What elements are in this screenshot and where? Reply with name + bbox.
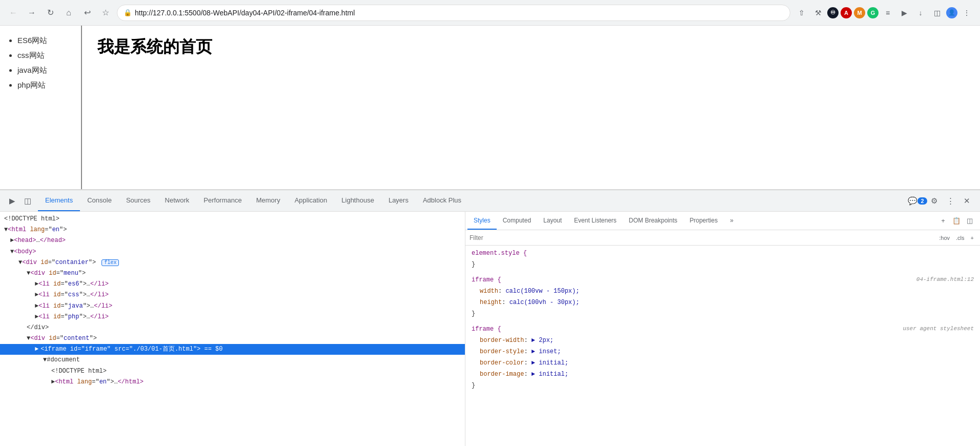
- add-style-button[interactable]: +: [969, 234, 976, 241]
- style-rule-iframe-custom: iframe { 04-iframe.html:12 width: calc(1…: [465, 274, 980, 319]
- nav-php[interactable]: php网站: [17, 80, 73, 90]
- html-line-html: ▼<html lang="en">: [0, 225, 465, 235]
- styles-tab-actions: + 📋 ◫: [937, 215, 978, 227]
- tab-memory[interactable]: Memory: [249, 190, 288, 211]
- history-back-button[interactable]: ↩: [80, 6, 94, 20]
- profile-avatar[interactable]: 👤: [946, 7, 957, 18]
- tab-layers[interactable]: Layers: [381, 190, 416, 211]
- style-rule-iframe-useragent: iframe { user agent stylesheet border-wi…: [465, 323, 980, 391]
- html-line-content-div: ▼<div id="content">: [0, 333, 465, 344]
- style-rule-element: element.style { }: [465, 248, 980, 270]
- nav-java[interactable]: java网站: [17, 66, 73, 75]
- html-line-head: ►<head>…</head>: [0, 235, 465, 246]
- html-line-doctype: <!DOCTYPE html>: [0, 214, 465, 225]
- html-line-li-java: ►<li id="java">…</li>: [0, 301, 465, 312]
- devtools-tabs-bar: ▶ ◫ Elements Console Sources Network Per…: [0, 190, 980, 212]
- back-button[interactable]: ←: [6, 6, 21, 20]
- tab-elements[interactable]: Elements: [38, 190, 80, 211]
- home-button[interactable]: ⌂: [62, 6, 76, 20]
- page-sidebar: ES6网站 css网站 java网站 php网站: [0, 26, 82, 189]
- extensions-button[interactable]: ⚒: [811, 6, 825, 20]
- source-iframe-ua: user agent stylesheet: [903, 326, 974, 332]
- styles-tab-layout[interactable]: Layout: [537, 212, 568, 230]
- styles-tab-properties[interactable]: Properties: [684, 212, 724, 230]
- styles-content: element.style { } iframe { 04-iframe.htm…: [465, 246, 980, 446]
- bookmark-button[interactable]: ☆: [98, 6, 113, 20]
- styles-filter-actions: :hov .cls +: [937, 234, 976, 241]
- toggle-sidebar-button[interactable]: ◫: [964, 215, 976, 227]
- more-button[interactable]: ⋮: [959, 6, 974, 20]
- selector-iframe-ua: iframe {: [472, 326, 501, 333]
- browser-viewport: ES6网站 css网站 java网站 php网站 我是系统的首页: [0, 26, 980, 190]
- styles-tab-styles[interactable]: Styles: [467, 212, 497, 230]
- secure-icon: 🔒: [124, 9, 132, 16]
- device-toolbar-button[interactable]: ◫: [21, 194, 35, 208]
- apps-button[interactable]: ≡: [881, 6, 895, 20]
- inspect-element-button[interactable]: ▶: [5, 194, 19, 208]
- styles-tab-computed[interactable]: Computed: [497, 212, 537, 230]
- devtools-left-icons: ▶ ◫: [2, 194, 38, 208]
- close-devtools-button[interactable]: ✕: [959, 194, 974, 208]
- more-devtools-button[interactable]: ⋮: [943, 194, 957, 208]
- adblock-extension[interactable]: A: [841, 7, 852, 18]
- infinity-extension[interactable]: ♾: [827, 7, 839, 18]
- styles-panel: Styles Computed Layout Event Listeners D…: [465, 212, 980, 446]
- source-iframe-custom: 04-iframe.html:12: [916, 276, 974, 282]
- page-main-content: 我是系统的首页: [82, 26, 980, 189]
- messages-button[interactable]: 💬 2: [910, 194, 925, 208]
- html-line-menu: ▼<div id="menu">: [0, 268, 465, 279]
- html-line-iframe[interactable]: ►<iframe id="iframe" src="./03/01-首页.htm…: [0, 344, 465, 355]
- tab-console[interactable]: Console: [80, 190, 119, 211]
- devtools-right-icons: 💬 2 ⚙ ⋮ ✕: [906, 194, 978, 208]
- download-button[interactable]: ↓: [913, 6, 928, 20]
- address-bar[interactable]: 🔒 http://127.0.0.1:5500/08-WebAPI/day04-…: [117, 5, 790, 21]
- copy-styles-button[interactable]: 📋: [950, 215, 963, 227]
- new-style-rule-button[interactable]: +: [937, 215, 949, 227]
- browser-actions: ⇧ ⚒ ♾ A M G ≡ ▶ ↓ ◫ 👤 ⋮: [794, 6, 974, 20]
- metamask-extension[interactable]: M: [854, 7, 865, 18]
- tab-lighthouse[interactable]: Lighthouse: [334, 190, 381, 211]
- selector-iframe-custom: iframe {: [472, 276, 501, 283]
- styles-filter-bar: :hov .cls +: [465, 230, 980, 246]
- url-text: http://127.0.0.1:5500/08-WebAPI/day04-AP…: [135, 9, 355, 17]
- grammarly-extension[interactable]: G: [867, 7, 879, 18]
- styles-tab-dom-breakpoints[interactable]: DOM Breakpoints: [623, 212, 684, 230]
- share-button[interactable]: ⇧: [794, 6, 809, 20]
- tab-adblock[interactable]: Adblock Plus: [416, 190, 468, 211]
- tab-network[interactable]: Network: [158, 190, 197, 211]
- hover-state-button[interactable]: :hov: [937, 234, 952, 241]
- nav-es6[interactable]: ES6网站: [17, 36, 73, 46]
- reload-button[interactable]: ↻: [43, 6, 57, 20]
- html-line-document: ▼#document: [0, 355, 465, 366]
- tab-performance[interactable]: Performance: [196, 190, 249, 211]
- selector-element-style: element.style {: [472, 250, 527, 257]
- tab-sources[interactable]: Sources: [119, 190, 158, 211]
- devtools: ▶ ◫ Elements Console Sources Network Per…: [0, 190, 980, 446]
- sidebar-button[interactable]: ◫: [930, 6, 944, 20]
- html-line-body: ▼<body>: [0, 247, 465, 257]
- devtools-body: <!DOCTYPE html> ▼<html lang="en"> ►<head…: [0, 212, 980, 446]
- messages-badge: 2: [917, 197, 927, 205]
- forward-button[interactable]: →: [25, 6, 39, 20]
- html-line-inner-doctype: <!DOCTYPE html>: [0, 366, 465, 377]
- page-heading: 我是系统的首页: [97, 36, 965, 58]
- cls-button[interactable]: .cls: [954, 234, 967, 241]
- nav-css[interactable]: css网站: [17, 51, 73, 60]
- html-line-li-css: ►<li id="css">…</li>: [0, 290, 465, 300]
- styles-filter-input[interactable]: [469, 234, 933, 241]
- elements-panel[interactable]: <!DOCTYPE html> ▼<html lang="en"> ►<head…: [0, 212, 465, 446]
- html-line-inner-html: ►<html lang="en">…</html>: [0, 377, 465, 388]
- styles-sub-tabs: Styles Computed Layout Event Listeners D…: [465, 212, 980, 230]
- html-line-contanier: ▼<div id="contanier"> flex: [0, 257, 465, 268]
- tab-application[interactable]: Application: [288, 190, 335, 211]
- styles-tab-more[interactable]: »: [724, 212, 740, 230]
- html-line-li-es6: ►<li id="es6">…</li>: [0, 279, 465, 290]
- html-line-li-php: ►<li id="php">…</li>: [0, 312, 465, 322]
- cast-button[interactable]: ▶: [897, 6, 911, 20]
- styles-tab-event-listeners[interactable]: Event Listeners: [568, 212, 623, 230]
- settings-button[interactable]: ⚙: [927, 194, 941, 208]
- html-line-close-div-menu: </div>: [0, 322, 465, 333]
- sidebar-nav: ES6网站 css网站 java网站 php网站: [8, 36, 73, 90]
- browser-chrome: ← → ↻ ⌂ ↩ ☆ 🔒 http://127.0.0.1:5500/08-W…: [0, 0, 980, 26]
